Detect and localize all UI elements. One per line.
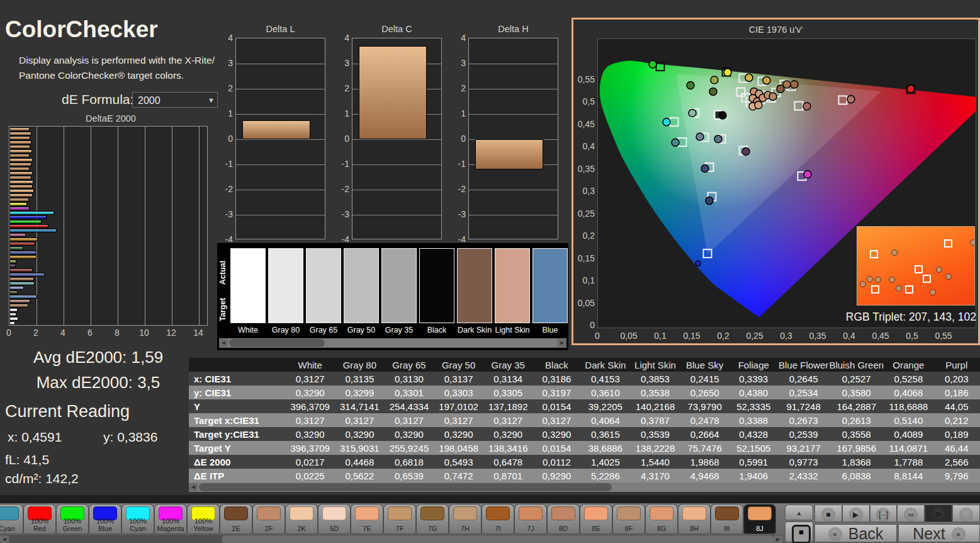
patch-cyan[interactable]: Cyan: [0, 505, 23, 534]
patch-100-green[interactable]: 100% Green: [57, 505, 88, 534]
separator-band: [0, 495, 980, 503]
scroll-thumb[interactable]: [229, 339, 325, 347]
patch-5d[interactable]: 5D: [318, 505, 350, 534]
patch-scrollbar[interactable]: ◄►: [0, 535, 782, 543]
de-bar: [9, 229, 57, 232]
swatch-strip-panel: ActualTargetWhiteGray 80Gray 65Gray 50Gr…: [217, 242, 568, 350]
cie-y-tick-label: 0,4: [573, 141, 595, 151]
scroll-left-icon[interactable]: ◄: [219, 339, 228, 347]
patch-100-magenta[interactable]: 100% Magenta: [155, 505, 186, 534]
cie-x-tick-label: 0,45: [868, 331, 893, 341]
table-cell: 38,6886: [580, 441, 630, 455]
inset-target-marker: [870, 250, 878, 258]
column-header: Dark Skin: [580, 358, 630, 372]
scroll-up-button[interactable]: ▲: [785, 505, 813, 520]
patch-color-chip: [322, 506, 346, 520]
table-cell: 1,5440: [630, 455, 680, 469]
table-cell: 255,9245: [385, 441, 434, 455]
refresh-icon: ⟳: [932, 508, 945, 522]
table-cell: 0,3303: [434, 386, 483, 399]
patch-7i[interactable]: 7I: [482, 505, 514, 534]
loop-button[interactable]: ∞: [897, 505, 925, 522]
de-bar: [9, 277, 34, 281]
patch-8e[interactable]: 8E: [580, 505, 612, 534]
patch-100-cyan[interactable]: 100% Cyan: [122, 505, 154, 534]
table-row: ΔE 20000,02170,44680,68180,54930,64780,0…: [189, 455, 980, 469]
deltaL-title: Delta L: [235, 24, 325, 34]
x-tick-label: 12: [164, 328, 179, 338]
patch-label: 8J: [744, 525, 775, 532]
deltaC-bar: [359, 46, 427, 139]
patch-100-blue[interactable]: 100% Blue: [89, 505, 121, 534]
cie-measure-marker: [847, 95, 855, 103]
patch-2k[interactable]: 2K: [286, 505, 317, 534]
scroll-left-icon[interactable]: ◄: [0, 535, 9, 543]
patch-label: 7F: [384, 525, 415, 532]
patch-2e[interactable]: 2E: [220, 505, 252, 534]
scroll-thumb[interactable]: [199, 483, 612, 491]
patch-8j[interactable]: 8J: [744, 505, 775, 534]
patch-7f[interactable]: 7F: [384, 505, 415, 534]
y-tick-label: 3: [218, 58, 233, 68]
patch-8i[interactable]: 8I: [711, 505, 743, 534]
table-scrollbar[interactable]: ◄: [189, 483, 980, 492]
y-tick-label: 2: [334, 83, 349, 93]
scroll-right-icon[interactable]: ►: [558, 339, 566, 347]
bracket-button[interactable]: [··]: [870, 505, 898, 522]
cie-measure-marker: [687, 81, 694, 89]
patch-7h[interactable]: 7H: [449, 505, 481, 534]
table-cell: 0,3290: [335, 427, 385, 441]
column-header: Gray 80: [335, 358, 385, 372]
avg-de2000: Avg dE2000: 1,59: [0, 348, 196, 367]
de-bar: [9, 215, 47, 219]
scroll-right-icon[interactable]: ►: [774, 535, 782, 543]
refresh-button[interactable]: ⟳: [925, 505, 952, 522]
table-cell: 2,566: [933, 455, 980, 469]
patch-8d[interactable]: 8D: [548, 505, 579, 534]
y-tick-label: 3: [451, 58, 466, 68]
bar-stack: [9, 127, 207, 326]
patch-label: 8D: [548, 525, 579, 532]
next-button[interactable]: Next»: [898, 524, 980, 542]
de-formula-select[interactable]: 2000 ▼: [132, 92, 218, 108]
patch-2f[interactable]: 2F: [253, 505, 284, 534]
gridline: [469, 190, 558, 190]
cie-measure-marker: [745, 74, 753, 81]
back-button[interactable]: «Back: [814, 524, 897, 542]
swatch-scrollbar[interactable]: ◄►: [219, 338, 566, 348]
patch-8g[interactable]: 8G: [646, 505, 677, 534]
patch-7g[interactable]: 7G: [417, 505, 448, 534]
table-cell: 0,4153: [580, 372, 630, 386]
patch-8h[interactable]: 8H: [679, 505, 710, 534]
scroll-thumb[interactable]: [222, 535, 774, 543]
play-button[interactable]: ▶: [842, 505, 870, 522]
cie-measure-marker: [769, 93, 777, 100]
blank-button[interactable]: [952, 505, 980, 522]
stop-large-button[interactable]: ■: [785, 522, 813, 542]
table-cell: 0,3301: [385, 386, 434, 399]
table-cell: 118,6888: [884, 399, 933, 413]
patch-100-red[interactable]: 100% Red: [24, 505, 55, 534]
patch-7j[interactable]: 7J: [515, 505, 546, 534]
column-header: Orange: [884, 358, 933, 372]
stop-button[interactable]: ■: [814, 505, 842, 522]
patch-7e[interactable]: 7E: [351, 505, 383, 534]
de-bar: [9, 220, 42, 224]
y-tick-label: 0: [451, 134, 466, 144]
table-cell: 0,3393: [729, 372, 778, 386]
table-cell: 140,2168: [630, 399, 680, 413]
actual-label: Actual: [218, 251, 228, 294]
table-cell: 52,1505: [729, 441, 778, 455]
cie-measure-marker: [714, 135, 722, 143]
de-bar: [9, 321, 15, 325]
patch-8f[interactable]: 8F: [613, 505, 645, 534]
scroll-left-icon[interactable]: ◄: [189, 483, 198, 491]
row-label: y: CIE31: [189, 386, 285, 399]
de-bar: [9, 260, 16, 263]
table-cell: 0,0154: [533, 399, 581, 413]
de-bar: [9, 233, 26, 237]
column-header: Bluish Green: [829, 358, 884, 372]
gridline: [352, 164, 441, 165]
patch-100-yellow[interactable]: 100% Yellow: [188, 505, 219, 534]
row-label: x: CIE31: [189, 372, 285, 386]
